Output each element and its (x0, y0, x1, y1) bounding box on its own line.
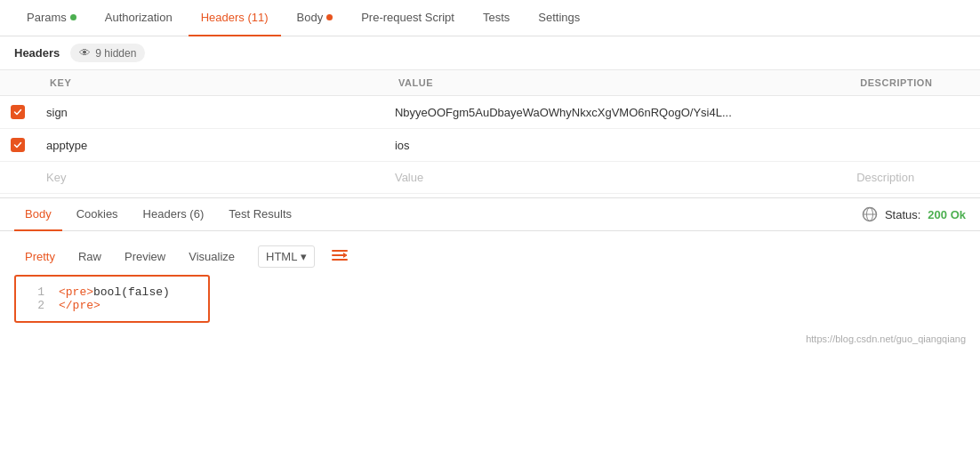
wrap-button[interactable] (324, 244, 356, 269)
status-value: 200 Ok (928, 208, 966, 221)
hidden-count: 9 hidden (95, 47, 136, 60)
eye-icon: 👁 (79, 46, 91, 60)
check-icon (13, 108, 22, 116)
tab-authorization-label: Authorization (105, 11, 173, 24)
tab-tests-label: Tests (483, 11, 510, 24)
tab-authorization[interactable]: Authorization (92, 0, 185, 36)
tab-body-response-label: Body (25, 207, 52, 221)
tab-tests[interactable]: Tests (470, 0, 522, 36)
table-row: sign NbyyeOOFgm5AuDbayeWaOWhyNkxcXgVMO6n… (0, 96, 980, 129)
code-line-1: 1 <pre>bool(false) (30, 285, 194, 299)
format-select[interactable]: HTML ▾ (258, 245, 315, 268)
row2-checkbox-cell (0, 129, 36, 162)
col-key-header: KEY (36, 70, 384, 96)
close-tag: </pre> (59, 299, 100, 312)
tab-test-results[interactable]: Test Results (218, 198, 302, 231)
tab-body-response[interactable]: Body (14, 198, 62, 231)
bottom-tab-bar: Body Cookies Headers (6) Test Results St… (0, 198, 980, 231)
format-tab-pretty[interactable]: Pretty (14, 245, 66, 268)
format-tab-preview[interactable]: Preview (114, 245, 176, 268)
code-line-2: 2 </pre> (30, 299, 194, 312)
row2-key[interactable]: apptype (36, 129, 384, 162)
code-content-2: </pre> (59, 299, 100, 312)
row1-checkbox-cell (0, 96, 36, 129)
line-num-2: 2 (30, 299, 44, 312)
body-dot (326, 14, 333, 20)
globe-icon (862, 206, 878, 222)
top-tab-bar: Params Authorization Headers (11) Body P… (0, 0, 980, 36)
tab-params-label: Params (27, 11, 67, 24)
watermark: https://blog.csdn.net/guo_qiangqiang (0, 330, 980, 348)
row2-description[interactable] (846, 129, 980, 162)
col-checkbox (0, 70, 36, 96)
row1-checkbox[interactable] (11, 105, 25, 119)
code-area: 1 <pre>bool(false) 2 </pre> (14, 275, 210, 323)
tab-settings-label: Settings (538, 11, 580, 24)
body-content: Pretty Raw Preview Visualize HTML ▾ (0, 231, 980, 330)
tab-cookies-label: Cookies (76, 207, 118, 221)
code-value: bool(false) (93, 285, 170, 299)
row1-key[interactable]: sign (36, 96, 384, 129)
format-tab-visualize-label: Visualize (189, 250, 235, 263)
format-tab-raw[interactable]: Raw (68, 245, 112, 268)
tab-headers[interactable]: Headers (11) (189, 0, 281, 36)
tab-params[interactable]: Params (14, 0, 89, 36)
params-dot (70, 14, 76, 20)
tab-headers-label: Headers (11) (201, 11, 269, 24)
row2-checkbox[interactable] (11, 138, 25, 152)
code-content-1: <pre>bool(false) (59, 285, 170, 299)
headers-section-label: Headers (14, 46, 60, 60)
format-tab-raw-label: Raw (78, 250, 101, 263)
placeholder-value[interactable]: Value (384, 162, 846, 194)
placeholder-description[interactable]: Description (846, 162, 980, 194)
format-tab-visualize[interactable]: Visualize (178, 245, 245, 268)
placeholder-key[interactable]: Key (36, 162, 384, 194)
table-row: apptype ios (0, 129, 980, 162)
table-placeholder-row: Key Value Description (0, 162, 980, 194)
chevron-down-icon: ▾ (301, 250, 307, 263)
tab-body[interactable]: Body (285, 0, 346, 36)
status-prefix: Status: (885, 208, 920, 221)
format-tab-pretty-label: Pretty (25, 250, 55, 263)
tab-body-label: Body (297, 11, 324, 24)
tab-prerequest-label: Pre-request Script (361, 11, 454, 24)
tab-test-results-label: Test Results (229, 207, 292, 221)
format-select-value: HTML (266, 250, 297, 263)
row1-description[interactable] (846, 96, 980, 129)
headers-table: KEY VALUE DESCRIPTION sign NbyyeOOFgm5Au… (0, 70, 980, 194)
row2-value[interactable]: ios (384, 129, 846, 162)
tab-settings[interactable]: Settings (526, 0, 592, 36)
col-desc-header: DESCRIPTION (846, 70, 980, 96)
format-tabs: Pretty Raw Preview Visualize HTML ▾ (14, 238, 966, 275)
watermark-text: https://blog.csdn.net/guo_qiangqiang (806, 333, 966, 344)
hidden-badge[interactable]: 👁 9 hidden (70, 44, 145, 62)
table-header-row: KEY VALUE DESCRIPTION (0, 70, 980, 96)
check-icon (13, 141, 22, 149)
line-num-1: 1 (30, 285, 44, 299)
format-tab-preview-label: Preview (125, 250, 165, 263)
tab-prerequest[interactable]: Pre-request Script (349, 0, 467, 36)
tab-cookies[interactable]: Cookies (66, 198, 129, 231)
row1-value[interactable]: NbyyeOOFgm5AuDbayeWaOWhyNkxcXgVMO6nRQogO… (384, 96, 846, 129)
tab-headers-response-label: Headers (6) (143, 207, 205, 221)
status-area: Status: 200 Ok (862, 206, 966, 222)
tab-headers-response[interactable]: Headers (6) (133, 198, 215, 231)
bottom-section: Body Cookies Headers (6) Test Results St… (0, 197, 980, 330)
placeholder-checkbox-cell (0, 162, 36, 194)
col-value-header: VALUE (384, 70, 846, 96)
open-tag: <pre> (59, 285, 93, 299)
headers-section: Headers 👁 9 hidden (0, 36, 980, 70)
